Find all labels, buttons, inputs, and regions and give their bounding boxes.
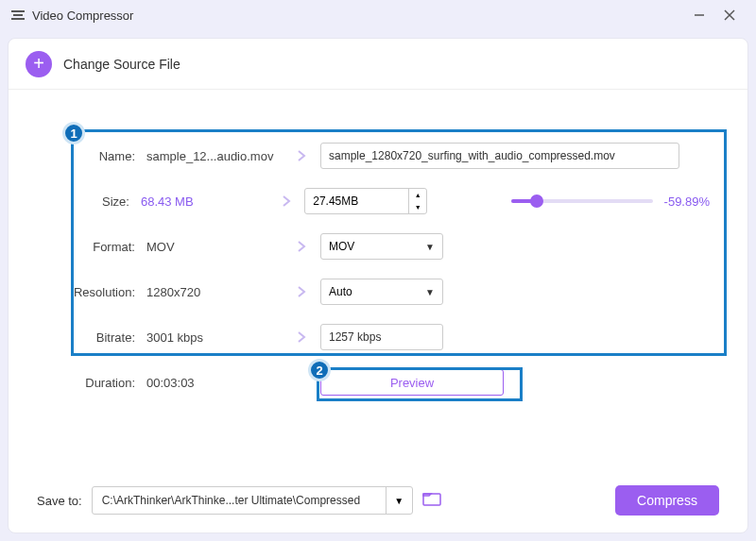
target-resolution-select[interactable]: Auto ▼ bbox=[320, 279, 443, 305]
arrow-icon bbox=[283, 150, 320, 161]
source-resolution: 1280x720 bbox=[141, 285, 283, 299]
source-bitrate: 3001 kbps bbox=[141, 330, 283, 345]
change-source-link[interactable]: Change Source File bbox=[63, 57, 180, 72]
save-path-text: C:\ArkThinker\ArkThinke...ter Ultimate\C… bbox=[93, 494, 386, 507]
header-row: + Change Source File bbox=[9, 39, 747, 90]
target-format-select[interactable]: MOV ▼ bbox=[320, 233, 443, 260]
slider-thumb[interactable] bbox=[530, 194, 543, 208]
label-size: Size: bbox=[37, 194, 135, 209]
target-size-spinner[interactable]: ▲ ▼ bbox=[304, 188, 427, 214]
arrow-icon bbox=[269, 195, 305, 207]
source-format: MOV bbox=[141, 240, 283, 254]
spinner-up[interactable]: ▲ bbox=[409, 189, 426, 201]
label-duration: Duration: bbox=[37, 376, 141, 390]
source-size: 68.43 MB bbox=[135, 194, 269, 209]
source-duration: 00:03:03 bbox=[141, 376, 283, 390]
chevron-down-icon: ▼ bbox=[425, 287, 435, 297]
size-slider[interactable] bbox=[511, 199, 653, 203]
arrow-icon bbox=[283, 286, 320, 297]
target-size-input[interactable] bbox=[305, 194, 408, 208]
size-slider-group: -59.89% bbox=[502, 194, 719, 209]
callout-badge-1: 1 bbox=[62, 122, 85, 144]
main-panel: + Change Source File 1 2 Name: sample_12… bbox=[8, 38, 748, 533]
source-name: sample_12...audio.mov bbox=[141, 149, 283, 163]
footer: Save to: C:\ArkThinker\ArkThinke...ter U… bbox=[37, 485, 719, 516]
settings-form: Name: sample_12...audio.mov Size: 68.43 … bbox=[37, 107, 719, 405]
chevron-down-icon: ▼ bbox=[425, 242, 435, 252]
arrow-icon bbox=[283, 241, 320, 252]
row-format: Format: MOV MOV ▼ bbox=[37, 224, 719, 269]
open-folder-button[interactable] bbox=[422, 491, 441, 510]
titlebar: Video Compressor bbox=[0, 0, 756, 30]
row-duration: Duration: 00:03:03 Preview bbox=[37, 360, 719, 405]
size-reduction: -59.89% bbox=[664, 194, 719, 209]
minimize-button[interactable] bbox=[684, 0, 714, 30]
arrow-icon bbox=[283, 331, 320, 343]
save-path-select[interactable]: C:\ArkThinker\ArkThinke...ter Ultimate\C… bbox=[92, 486, 413, 515]
add-icon[interactable]: + bbox=[26, 51, 52, 77]
label-save-to: Save to: bbox=[37, 494, 82, 508]
compress-button[interactable]: Compress bbox=[615, 485, 719, 516]
row-size: Size: 68.43 MB ▲ ▼ bbox=[37, 178, 719, 224]
row-resolution: Resolution: 1280x720 Auto ▼ bbox=[37, 269, 719, 314]
spinner-down[interactable]: ▼ bbox=[409, 201, 426, 213]
label-format: Format: bbox=[37, 240, 141, 254]
callout-badge-2: 2 bbox=[308, 359, 331, 381]
row-bitrate: Bitrate: 3001 kbps bbox=[37, 314, 719, 360]
label-bitrate: Bitrate: bbox=[37, 330, 141, 345]
preview-button[interactable]: Preview bbox=[320, 369, 504, 396]
close-button[interactable] bbox=[714, 0, 745, 30]
app-icon bbox=[11, 8, 25, 22]
target-format-value: MOV bbox=[329, 240, 354, 253]
window-title: Video Compressor bbox=[32, 8, 133, 23]
label-resolution: Resolution: bbox=[37, 285, 141, 299]
target-resolution-value: Auto bbox=[329, 285, 352, 298]
chevron-down-icon[interactable]: ▼ bbox=[386, 487, 412, 514]
row-name: Name: sample_12...audio.mov bbox=[37, 133, 719, 178]
target-name-input[interactable] bbox=[320, 143, 679, 169]
target-bitrate-input[interactable] bbox=[320, 324, 443, 350]
label-name: Name: bbox=[37, 149, 141, 163]
content-area: 1 2 Name: sample_12...audio.mov Size: 68… bbox=[9, 90, 747, 405]
